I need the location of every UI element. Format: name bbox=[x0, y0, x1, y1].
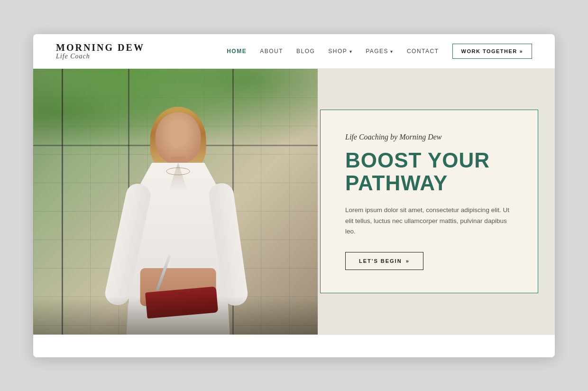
bottom-shadow bbox=[33, 297, 318, 335]
work-together-button[interactable]: WORK TOGETHER » bbox=[452, 44, 532, 59]
nav-item-blog[interactable]: BLOG bbox=[296, 48, 315, 55]
window-line-1 bbox=[62, 69, 63, 335]
logo-block[interactable]: MORNING DEW Life Coach bbox=[56, 43, 145, 60]
nav-item-contact[interactable]: CONTACT bbox=[407, 48, 439, 55]
logo-tagline: Life Coach bbox=[56, 53, 90, 60]
site-header: MORNING DEW Life Coach HOME ABOUT BLOG S… bbox=[33, 34, 555, 69]
card-title: BOOST YOUR PATHWAY bbox=[345, 149, 513, 195]
nav-item-shop[interactable]: SHOP bbox=[328, 48, 352, 55]
browser-window: MORNING DEW Life Coach HOME ABOUT BLOG S… bbox=[33, 34, 555, 357]
main-nav: HOME ABOUT BLOG SHOP PAGES CONTACT WORK … bbox=[227, 44, 532, 59]
cta-label: LET'S BEGIN bbox=[359, 258, 402, 264]
card-body-text: Lorem ipsum dolor sit amet, consectetur … bbox=[345, 205, 513, 237]
bottom-bar bbox=[33, 335, 555, 357]
lets-begin-button[interactable]: LET'S BEGIN » bbox=[345, 252, 423, 270]
hero-section: Life Coaching by Morning Dew BOOST YOUR … bbox=[33, 69, 555, 335]
nav-item-pages[interactable]: PAGES bbox=[366, 48, 394, 55]
nav-item-home[interactable]: HOME bbox=[227, 48, 247, 55]
nav-item-about[interactable]: ABOUT bbox=[260, 48, 283, 55]
card-subtitle: Life Coaching by Morning Dew bbox=[345, 133, 513, 141]
hero-content-panel: Life Coaching by Morning Dew BOOST YOUR … bbox=[318, 69, 555, 335]
hero-image bbox=[33, 69, 318, 335]
hero-content-card: Life Coaching by Morning Dew BOOST YOUR … bbox=[320, 110, 538, 294]
face bbox=[156, 112, 201, 164]
necklace bbox=[166, 168, 190, 175]
logo-name: MORNING DEW bbox=[56, 43, 145, 52]
card-title-line1: BOOST YOUR bbox=[345, 149, 490, 172]
cta-arrows: » bbox=[406, 258, 410, 264]
card-title-line2: PATHWAY bbox=[345, 171, 448, 195]
